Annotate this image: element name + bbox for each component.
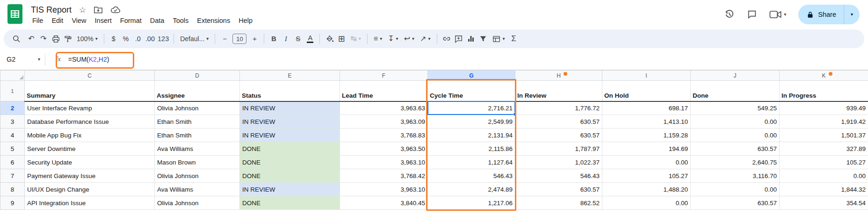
- name-box[interactable]: G2 ▾: [0, 56, 45, 63]
- cell[interactable]: 939.49: [780, 101, 868, 115]
- column-header-i[interactable]: I: [602, 71, 691, 81]
- cell[interactable]: 3,963.09: [340, 115, 428, 129]
- create-filter-button[interactable]: [477, 33, 489, 45]
- cell[interactable]: 630.57: [515, 115, 602, 129]
- cell[interactable]: 2,474.89: [428, 183, 515, 196]
- menu-format[interactable]: Format: [116, 15, 146, 26]
- formula-input[interactable]: =SUM(K2,H2): [68, 56, 109, 63]
- header-cell-in-progress[interactable]: In Progress: [780, 81, 868, 101]
- cell[interactable]: 546.43: [428, 169, 515, 183]
- cell[interactable]: 549.25: [691, 101, 780, 115]
- borders-button[interactable]: ⊞: [335, 33, 347, 45]
- cell[interactable]: 3,963.10: [340, 156, 428, 169]
- italic-button[interactable]: I: [280, 33, 292, 45]
- status-cell[interactable]: IN REVIEW: [240, 101, 340, 115]
- cell[interactable]: 630.57: [691, 142, 780, 156]
- header-cell-on-hold[interactable]: On Hold: [602, 81, 691, 101]
- increase-decimal-button[interactable]: .00: [144, 33, 156, 45]
- cell[interactable]: User Interface Revamp: [25, 101, 155, 115]
- cell[interactable]: API Integration Issue: [25, 196, 155, 210]
- column-header-k[interactable]: K: [780, 71, 868, 81]
- header-cell-summary[interactable]: Summary: [25, 81, 155, 101]
- cell[interactable]: 1,501.37: [780, 129, 868, 142]
- print-button[interactable]: [50, 33, 62, 45]
- cell[interactable]: Olivia Johnson: [155, 169, 240, 183]
- version-history-icon[interactable]: [724, 9, 735, 20]
- redo-button[interactable]: ↷: [37, 33, 50, 45]
- cell[interactable]: 3,116.70: [691, 169, 780, 183]
- row-header[interactable]: 4: [0, 129, 25, 142]
- horizontal-align-button[interactable]: ≡ ▾: [371, 35, 385, 43]
- cell[interactable]: 0.00: [780, 169, 868, 183]
- status-cell[interactable]: DONE: [240, 169, 340, 183]
- cell[interactable]: Mobile App Bug Fix: [25, 129, 155, 142]
- cell[interactable]: 1,844.32: [780, 183, 868, 196]
- column-header-d[interactable]: D: [155, 71, 240, 81]
- zoom-control[interactable]: 100% ▾: [74, 35, 101, 43]
- cell[interactable]: 1,488.20: [602, 183, 691, 196]
- column-header-c[interactable]: C: [25, 71, 155, 81]
- paint-format-button[interactable]: [62, 33, 74, 45]
- header-cell-cycle-time[interactable]: Cycle Time: [428, 81, 515, 101]
- cell[interactable]: 3,768.83: [340, 129, 428, 142]
- cell[interactable]: 1,159.28: [602, 129, 691, 142]
- status-cell[interactable]: DONE: [240, 196, 340, 210]
- cell[interactable]: 3,840.45: [340, 196, 428, 210]
- cell[interactable]: 2,115.86: [428, 142, 515, 156]
- header-cell-lead-time[interactable]: Lead Time: [340, 81, 428, 101]
- cell[interactable]: 546.43: [515, 169, 602, 183]
- cell[interactable]: 0.00: [691, 183, 780, 196]
- cell[interactable]: 1,127.64: [428, 156, 515, 169]
- cell[interactable]: 862.52: [515, 196, 602, 210]
- fill-color-button[interactable]: [323, 33, 335, 45]
- cell[interactable]: Ethan Smith: [155, 115, 240, 129]
- merge-cells-button[interactable]: ↹ ▾: [347, 35, 363, 43]
- menu-file[interactable]: File: [28, 15, 47, 26]
- cell[interactable]: 0.00: [602, 156, 691, 169]
- cell[interactable]: Server Downtime: [25, 142, 155, 156]
- undo-button[interactable]: ↶: [25, 33, 37, 45]
- text-color-button[interactable]: A: [304, 33, 316, 45]
- row-header[interactable]: 6: [0, 156, 25, 169]
- cell[interactable]: 2,131.94: [428, 129, 515, 142]
- text-rotation-button[interactable]: ↗ ▾: [417, 35, 433, 43]
- status-cell[interactable]: IN REVIEW: [240, 183, 340, 196]
- cell[interactable]: 3,768.42: [340, 169, 428, 183]
- vertical-align-button[interactable]: ↧ ▾: [385, 35, 401, 43]
- cell[interactable]: 3,963.50: [340, 142, 428, 156]
- row-header[interactable]: 9: [0, 196, 25, 210]
- cell[interactable]: 630.57: [515, 129, 602, 142]
- more-formats-button[interactable]: 123: [156, 33, 170, 45]
- share-button[interactable]: Share: [798, 5, 844, 24]
- menu-edit[interactable]: Edit: [47, 15, 67, 26]
- cell[interactable]: 105.27: [780, 156, 868, 169]
- cloud-status-icon[interactable]: [110, 6, 121, 14]
- cell[interactable]: Payment Gateway Issue: [25, 169, 155, 183]
- cell[interactable]: Ava Williams: [155, 142, 240, 156]
- cell[interactable]: 1,787.97: [515, 142, 602, 156]
- row-header[interactable]: 3: [0, 115, 25, 129]
- column-header-g[interactable]: G: [428, 71, 515, 81]
- format-percent-button[interactable]: %: [120, 33, 132, 45]
- insert-comment-button[interactable]: [453, 33, 465, 45]
- cell[interactable]: UI/UX Design Change: [25, 183, 155, 196]
- share-dropdown[interactable]: ▾: [844, 5, 860, 24]
- search-icon[interactable]: [10, 33, 22, 45]
- cell[interactable]: Olivia Johnson: [155, 101, 240, 115]
- header-cell-in-review[interactable]: In Review: [515, 81, 602, 101]
- cell[interactable]: 630.57: [691, 196, 780, 210]
- text-wrap-button[interactable]: ↩ ▾: [401, 35, 417, 43]
- cell[interactable]: 0.00: [602, 196, 691, 210]
- cell[interactable]: 3,963.10: [340, 183, 428, 196]
- font-size-input[interactable]: 10: [232, 34, 246, 44]
- fill-handle[interactable]: [513, 113, 516, 116]
- move-to-folder-icon[interactable]: [94, 6, 103, 14]
- row-header[interactable]: 7: [0, 169, 25, 183]
- selected-cell[interactable]: 2,716.21: [428, 101, 515, 115]
- table-views-button[interactable]: ▾: [489, 35, 508, 43]
- star-icon[interactable]: ☆: [79, 6, 86, 14]
- menu-extensions[interactable]: Extensions: [193, 15, 234, 26]
- decrease-decimal-button[interactable]: .0: [132, 33, 144, 45]
- menu-view[interactable]: View: [67, 15, 90, 26]
- format-currency-button[interactable]: $: [108, 33, 120, 45]
